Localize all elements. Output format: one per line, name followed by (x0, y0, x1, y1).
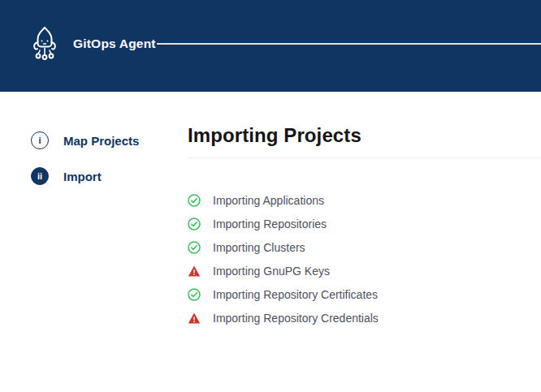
check-circle-icon (188, 194, 201, 207)
app-title: GitOps Agent (73, 37, 156, 51)
status-row: Importing Applications (188, 188, 541, 212)
wizard-steps-sidebar: i Map Projects ii Import (0, 92, 188, 392)
status-label: Importing Repository Credentials (213, 312, 379, 325)
status-row: Importing Clusters (188, 235, 541, 259)
status-row: Importing Repository Certificates (188, 282, 541, 306)
warning-triangle-icon (188, 312, 201, 325)
header-divider-line (157, 43, 541, 45)
sidebar-item-label: Import (63, 170, 102, 183)
step-two-indicator-icon: ii (31, 167, 49, 185)
status-row: Importing GnuPG Keys (188, 259, 541, 282)
sidebar-item-label: Map Projects (63, 134, 139, 148)
status-label: Importing Applications (213, 194, 324, 207)
sidebar-item-map-projects[interactable]: i Map Projects (31, 131, 188, 149)
step-one-indicator-icon: i (31, 131, 49, 149)
status-list: Importing Applications Importing Reposit… (188, 188, 541, 330)
wizard-body: i Map Projects ii Import Importing Proje… (0, 92, 541, 392)
status-row: Importing Repositories (188, 212, 541, 235)
status-row: Importing Repository Credentials (188, 306, 541, 330)
status-label: Importing Clusters (213, 241, 305, 254)
warning-triangle-icon (188, 265, 201, 278)
check-circle-icon (188, 241, 201, 254)
check-circle-icon (188, 288, 201, 301)
page-title: Importing Projects (188, 124, 541, 147)
status-label: Importing GnuPG Keys (213, 265, 330, 278)
status-label: Importing Repositories (213, 218, 327, 230)
app-header: GitOps Agent (0, 0, 541, 92)
octopus-logo-icon (29, 26, 60, 63)
status-label: Importing Repository Certificates (213, 288, 378, 301)
check-circle-icon (188, 218, 201, 230)
main-panel: Importing Projects Importing Application… (188, 92, 541, 392)
sidebar-item-import[interactable]: ii Import (31, 167, 188, 185)
title-divider (188, 157, 541, 158)
